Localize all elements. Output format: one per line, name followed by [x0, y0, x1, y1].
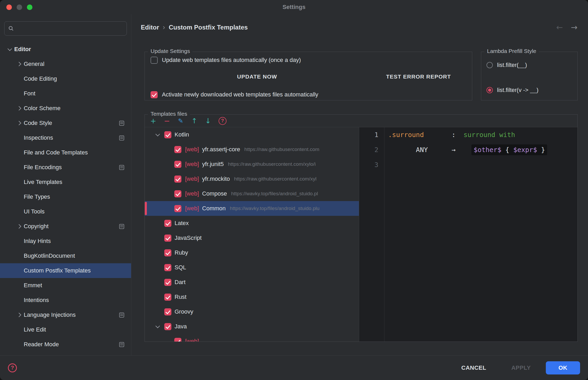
radio-unselected-icon[interactable]: [486, 62, 493, 68]
sidebar-item-reader-mode[interactable]: Reader Mode: [0, 337, 131, 352]
sidebar-item-font[interactable]: Font: [0, 86, 131, 101]
template-name: Latex: [175, 220, 189, 227]
sidebar-item-file-and-code-templates[interactable]: File and Code Templates: [0, 145, 131, 160]
checkbox-checked-icon[interactable]: [164, 235, 171, 242]
radio-selected-icon[interactable]: [486, 87, 493, 93]
template-row-partial[interactable]: [web]: [145, 334, 359, 342]
checkbox-checked-icon[interactable]: [174, 190, 181, 197]
template-name: Common: [202, 205, 226, 212]
editor-code-area[interactable]: .surround : surround with ANY → $other$ …: [384, 127, 577, 342]
template-row-groovy[interactable]: Groovy: [145, 304, 359, 319]
sidebar-item-live-templates[interactable]: Live Templates: [0, 175, 131, 189]
checkbox-checked-icon[interactable]: [164, 220, 171, 227]
chevron-right-icon[interactable]: [15, 310, 24, 319]
template-row-rust[interactable]: Rust: [145, 290, 359, 304]
template-row-latex[interactable]: Latex: [145, 216, 359, 231]
help-icon[interactable]: ?: [8, 363, 17, 372]
template-name: yfr.assertj-core: [202, 146, 240, 153]
template-row-java[interactable]: Java: [145, 319, 359, 334]
template-row-kotlin[interactable]: Kotlin: [145, 127, 359, 142]
search-box[interactable]: [4, 21, 127, 36]
project-level-icon: [119, 313, 124, 318]
move-up-icon[interactable]: ↑: [187, 117, 201, 124]
sidebar-item-file-types[interactable]: File Types: [0, 189, 131, 204]
ok-button[interactable]: OK: [546, 361, 580, 374]
checkbox-checked-icon[interactable]: [174, 161, 181, 168]
web-tag: [web]: [185, 161, 199, 168]
chevron-right-icon[interactable]: [15, 119, 24, 128]
chevron-right-icon[interactable]: [15, 104, 24, 113]
edit-icon[interactable]: ✎: [174, 118, 187, 124]
expr-variable-token: $expr$: [513, 146, 537, 154]
remove-icon[interactable]: −: [160, 117, 174, 124]
checkbox-checked-icon[interactable]: [174, 205, 181, 212]
sidebar-item-file-encodings[interactable]: File Encodings: [0, 160, 131, 175]
cancel-button[interactable]: CANCEL: [461, 364, 486, 371]
sidebar-item-inspections[interactable]: Inspections: [0, 130, 131, 145]
sidebar-item-intentions[interactable]: Intentions: [0, 293, 131, 308]
template-preview-editor[interactable]: 1 2 3 .surround : surround with ANY → $o…: [359, 127, 577, 342]
sidebar-item-inlay-hints[interactable]: Inlay Hints: [0, 234, 131, 249]
activate-checkbox-row[interactable]: Activate newly downloaded web templates …: [145, 89, 472, 100]
brace-token: {: [501, 146, 513, 154]
sidebar-item-ui-tools[interactable]: UI Tools: [0, 204, 131, 219]
template-row-dart[interactable]: Dart: [145, 275, 359, 290]
checkbox-checked-icon[interactable]: [164, 264, 171, 271]
move-down-icon[interactable]: ↓: [201, 117, 215, 124]
chevron-right-icon[interactable]: [15, 60, 24, 69]
checkbox-checked-icon[interactable]: [174, 176, 181, 183]
zoom-button[interactable]: [27, 4, 32, 10]
sidebar-item-label: BugKotlinDocument: [24, 252, 75, 259]
close-button[interactable]: [6, 4, 12, 10]
sidebar-item-code-editing[interactable]: Code Editing: [0, 71, 131, 86]
lambda-style-option-1[interactable]: list.filter(__): [481, 60, 577, 70]
help-icon[interactable]: ?: [219, 117, 226, 125]
auto-update-checkbox-row[interactable]: Update web templates files automatically…: [145, 55, 472, 65]
sidebar-item-bugkotlindocument[interactable]: BugKotlinDocument: [0, 249, 131, 263]
sidebar-item-editor[interactable]: Editor: [0, 42, 131, 57]
back-icon[interactable]: ←: [556, 23, 563, 32]
sidebar-item-general[interactable]: General: [0, 57, 131, 71]
template-row-ruby[interactable]: Ruby: [145, 245, 359, 260]
sidebar-item-copyright[interactable]: Copyright: [0, 219, 131, 234]
apply-button[interactable]: APPLY: [511, 364, 531, 371]
template-row-yfr-mockito[interactable]: [web]yfr.mockitohttps://raw.githubuserco…: [145, 172, 359, 186]
checkbox-unchecked-icon[interactable]: [151, 57, 158, 64]
sidebar-item-emmet[interactable]: Emmet: [0, 278, 131, 293]
checkbox-checked-icon[interactable]: [164, 308, 171, 315]
chevron-right-icon[interactable]: [15, 222, 24, 231]
chevron-down-icon[interactable]: [153, 130, 162, 139]
checkbox-checked-icon[interactable]: [164, 323, 171, 330]
template-row-javascript[interactable]: JavaScript: [145, 231, 359, 245]
template-row-yfr-assertj-core[interactable]: [web]yfr.assertj-corehttps://raw.githubu…: [145, 142, 359, 157]
breadcrumb-editor[interactable]: Editor: [141, 24, 159, 31]
web-tag: [web]: [185, 176, 199, 182]
checkbox-checked-icon[interactable]: [151, 91, 158, 98]
add-icon[interactable]: +: [146, 117, 160, 124]
sidebar-item-live-edit[interactable]: Live Edit: [0, 322, 131, 337]
sidebar-item-custom-postfix-templates[interactable]: Custom Postfix Templates: [0, 263, 131, 278]
minimize-button[interactable]: [17, 4, 22, 10]
checkbox-checked-icon[interactable]: [164, 279, 171, 286]
checkbox-checked-icon[interactable]: [164, 249, 171, 256]
update-now-button[interactable]: UPDATE NOW: [237, 74, 277, 80]
web-tag: [web]: [185, 146, 199, 153]
sidebar-item-label: File Encodings: [24, 164, 62, 171]
sidebar-item-language-injections[interactable]: Language Injections: [0, 308, 131, 322]
sidebar-item-code-style[interactable]: Code Style: [0, 116, 131, 130]
settings-search-input[interactable]: [16, 25, 123, 32]
test-error-report-button[interactable]: TEST ERROR REPORT: [386, 74, 451, 80]
template-row-common[interactable]: [web]Commonhttps://wavky.top/files/andro…: [145, 201, 359, 216]
lambda-style-option-2[interactable]: list.filter(v -> __): [481, 85, 577, 95]
template-row-compose[interactable]: [web]Composehttps://wavky.top/files/andr…: [145, 186, 359, 201]
checkbox-checked-icon[interactable]: [164, 294, 171, 301]
chevron-down-icon[interactable]: [153, 322, 162, 331]
forward-icon[interactable]: →: [571, 23, 577, 32]
chevron-down-icon[interactable]: [5, 45, 14, 54]
checkbox-checked-icon[interactable]: [164, 131, 171, 138]
template-row-sql[interactable]: SQL: [145, 260, 359, 275]
template-row-yfr-junit5[interactable]: [web]yfr.junit5https://raw.githubusercon…: [145, 157, 359, 172]
sidebar-item-color-scheme[interactable]: Color Scheme: [0, 101, 131, 116]
checkbox-checked-icon[interactable]: [174, 338, 181, 342]
checkbox-checked-icon[interactable]: [174, 146, 181, 153]
